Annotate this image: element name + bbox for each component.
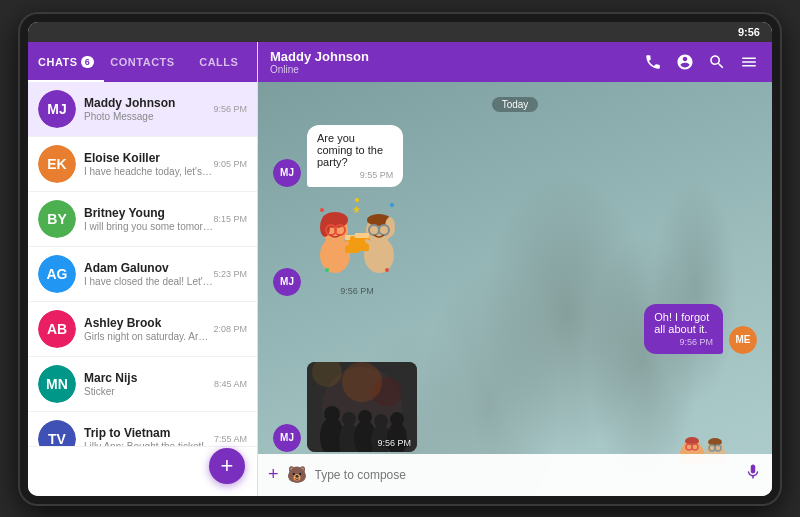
svg-point-41: [342, 362, 382, 402]
chat-preview: Girls night on saturday. Are you in?: [84, 331, 213, 342]
sticker-image: ★: [307, 195, 407, 280]
app-content: CHATS 6 CONTACTS CALLS MJ: [28, 42, 772, 496]
status-time: 9:56: [738, 26, 760, 38]
chat-time: 2:08 PM: [213, 324, 247, 334]
fab-button[interactable]: +: [209, 448, 245, 484]
svg-point-40: [390, 412, 404, 426]
chat-name: Marc Nijs: [84, 371, 214, 385]
right-panel: Maddy Johnson Online: [258, 42, 772, 496]
chat-time: 9:56 PM: [213, 104, 247, 114]
tablet-frame: 9:56 CHATS 6 CONTACTS CALLS: [20, 14, 780, 504]
date-label: Today: [492, 97, 539, 112]
svg-point-36: [358, 410, 372, 424]
date-divider: Today: [273, 97, 757, 112]
svg-point-38: [374, 414, 388, 428]
sticker-time: 9:56 PM: [307, 286, 407, 296]
tabs-bar: CHATS 6 CONTACTS CALLS: [28, 42, 257, 82]
list-item[interactable]: EK Eloise Koiller I have headche today, …: [28, 137, 257, 192]
message-row: MJ: [273, 195, 757, 296]
add-icon[interactable]: +: [268, 464, 279, 485]
tab-chats[interactable]: CHATS 6: [28, 42, 104, 82]
mic-icon[interactable]: [744, 463, 762, 486]
chat-time: 8:15 PM: [213, 214, 247, 224]
avatar: AG: [38, 255, 76, 293]
left-panel-bottom: +: [28, 446, 257, 496]
search-icon[interactable]: [706, 51, 728, 73]
photo-message[interactable]: 9:56 PM: [307, 362, 417, 452]
chat-time: 5:23 PM: [213, 269, 247, 279]
svg-rect-19: [350, 236, 355, 244]
chat-preview: I will bring you some tomorrow!: [84, 221, 213, 232]
chat-preview: Sticker: [84, 386, 214, 397]
chat-time: 9:05 PM: [213, 159, 247, 169]
avatar: MJ: [38, 90, 76, 128]
avatar: EK: [38, 145, 76, 183]
avatar: TV: [38, 420, 76, 446]
message-text: Are you coming to the party?: [317, 132, 383, 168]
messages-area: Today MJ Are you coming to the party? 9:…: [258, 82, 772, 454]
chat-name: Adam Galunov: [84, 261, 213, 275]
list-item[interactable]: BY Britney Young I will bring you some t…: [28, 192, 257, 247]
avatar: AB: [38, 310, 76, 348]
avatar: MN: [38, 365, 76, 403]
tab-calls[interactable]: CALLS: [181, 42, 257, 82]
chat-name: Eloise Koiller: [84, 151, 213, 165]
svg-point-24: [355, 198, 359, 202]
svg-point-23: [390, 203, 394, 207]
tab-contacts[interactable]: CONTACTS: [104, 42, 180, 82]
message-time: 9:55 PM: [317, 170, 393, 180]
chats-badge: 6: [81, 56, 95, 68]
message-row: MJ Are you coming to the party? 9:55 PM: [273, 125, 757, 187]
compose-bar: + 🐻: [258, 454, 772, 496]
chat-name: Trip to Vietnam: [84, 426, 214, 440]
chat-time: 8:45 AM: [214, 379, 247, 389]
sticker-icon[interactable]: 🐻: [287, 465, 307, 484]
avatar: BY: [38, 200, 76, 238]
status-bar: 9:56: [28, 22, 772, 42]
message-bubble: Oh! I forgot all about it. 9:56 PM: [644, 304, 723, 354]
sender-avatar: MJ: [273, 159, 301, 187]
svg-point-26: [385, 268, 389, 272]
settings-icon[interactable]: [674, 51, 696, 73]
message-time: 9:56 PM: [654, 337, 713, 347]
svg-point-34: [342, 412, 356, 426]
list-item[interactable]: TV Trip to Vietnam Lilly Ann: Bought the…: [28, 412, 257, 446]
message-row: Oh! I forgot all about it. 9:56 PM ME: [273, 304, 757, 354]
chat-header-status: Online: [270, 64, 642, 75]
tablet-screen: 9:56 CHATS 6 CONTACTS CALLS: [28, 22, 772, 496]
svg-point-32: [324, 406, 340, 422]
svg-text:★: ★: [352, 204, 361, 215]
left-panel: CHATS 6 CONTACTS CALLS MJ: [28, 42, 258, 496]
message-row: MJ: [273, 362, 757, 452]
svg-rect-20: [355, 233, 369, 238]
list-item[interactable]: AG Adam Galunov I have closed the deal! …: [28, 247, 257, 302]
menu-icon[interactable]: [738, 51, 760, 73]
sender-avatar: MJ: [273, 268, 301, 296]
chat-header-name: Maddy Johnson: [270, 49, 642, 64]
sender-avatar: ME: [729, 326, 757, 354]
chat-name: Maddy Johnson: [84, 96, 213, 110]
message-text: Oh! I forgot all about it.: [654, 311, 709, 335]
chat-time: 7:55 AM: [214, 434, 247, 444]
svg-point-25: [325, 268, 329, 272]
photo-time: 9:56 PM: [377, 438, 411, 448]
call-icon[interactable]: [642, 51, 664, 73]
list-item[interactable]: MN Marc Nijs Sticker 8:45 AM: [28, 357, 257, 412]
chat-name: Britney Young: [84, 206, 213, 220]
message-bubble: Are you coming to the party? 9:55 PM: [307, 125, 403, 187]
chat-list: MJ Maddy Johnson Photo Message 9:56 PM E…: [28, 82, 257, 446]
list-item[interactable]: MJ Maddy Johnson Photo Message 9:56 PM: [28, 82, 257, 137]
list-item[interactable]: AB Ashley Brook Girls night on saturday.…: [28, 302, 257, 357]
svg-point-22: [320, 208, 324, 212]
chat-preview: I have closed the deal! Let's celebrate!…: [84, 276, 213, 287]
chat-name: Ashley Brook: [84, 316, 213, 330]
compose-input[interactable]: [315, 468, 736, 482]
chat-header: Maddy Johnson Online: [258, 42, 772, 82]
sender-avatar: MJ: [273, 424, 301, 452]
chat-preview: Photo Message: [84, 111, 213, 122]
chat-preview: I have headche today, let's meet next we…: [84, 166, 213, 177]
